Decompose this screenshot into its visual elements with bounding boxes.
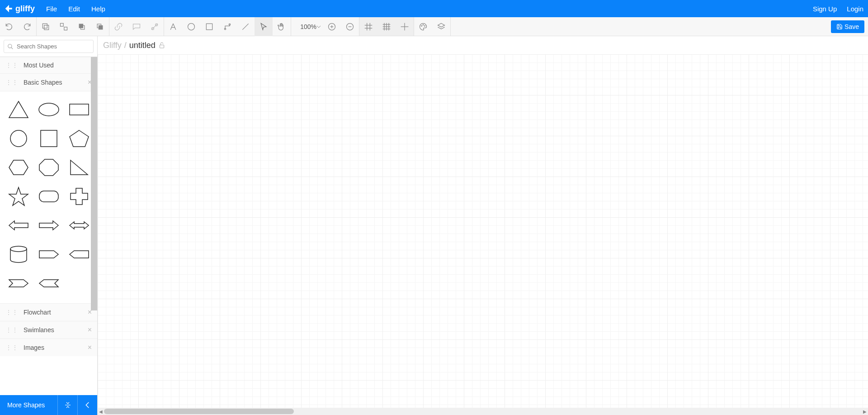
shape-rectangle[interactable] [66, 99, 92, 120]
close-icon[interactable]: × [88, 326, 92, 334]
connector-tool[interactable] [218, 17, 236, 36]
link-button[interactable] [109, 17, 127, 36]
shape-arrow-right[interactable] [36, 215, 61, 236]
grid-button[interactable] [377, 17, 396, 36]
sidebar-scrollbar[interactable] [91, 57, 97, 310]
main-area: ⋮⋮ Most Used ⋮⋮ Basic Shapes × ⋮⋮ Flowch… [0, 36, 868, 415]
zoom-out-button[interactable] [341, 17, 359, 36]
search-input[interactable] [4, 40, 94, 53]
undo-button[interactable] [0, 17, 18, 36]
horizontal-scrollbar[interactable]: ◀ ▶ [98, 408, 868, 415]
line-tool[interactable] [236, 17, 255, 36]
shape-hexagon[interactable] [5, 157, 31, 178]
svg-rect-12 [206, 24, 212, 29]
basic-shapes-grid [0, 91, 97, 304]
shape-arrow-left[interactable] [5, 215, 31, 236]
lock-open-icon[interactable] [158, 42, 165, 49]
star-icon [7, 186, 30, 206]
svg-marker-55 [39, 251, 58, 258]
shape-octagon[interactable] [36, 157, 61, 178]
shape-cylinder[interactable] [5, 243, 31, 265]
guides-button[interactable] [396, 17, 414, 36]
shape-plus[interactable] [66, 186, 92, 207]
pointer-tool[interactable] [255, 17, 273, 36]
more-shapes-button[interactable]: More Shapes [0, 401, 57, 409]
chevron-left-icon [38, 273, 60, 293]
logo[interactable]: gliffy [5, 4, 35, 14]
cylinder-icon [7, 244, 30, 264]
shape-tag-right[interactable] [36, 243, 61, 265]
layers-icon [437, 22, 446, 31]
layers-button[interactable] [432, 17, 450, 36]
hexagon-icon [7, 157, 30, 177]
rect-tool[interactable] [200, 17, 218, 36]
save-button[interactable]: Save [831, 20, 864, 33]
panel-swimlanes[interactable]: ⋮⋮ Swimlanes × [0, 321, 97, 339]
svg-marker-39 [9, 101, 28, 118]
group-button[interactable] [55, 17, 73, 36]
collapse-vertical-button[interactable] [57, 395, 77, 415]
login-link[interactable]: Login [847, 5, 863, 13]
snap-grid-button[interactable] [359, 17, 377, 36]
breadcrumb-root[interactable]: Gliffy [103, 41, 122, 50]
canvas[interactable] [98, 54, 868, 408]
logo-icon [5, 4, 14, 13]
grid-icon [382, 22, 391, 31]
shape-square[interactable] [36, 128, 61, 149]
drag-handle-icon: ⋮⋮ [5, 62, 18, 69]
shape-rounded-rectangle[interactable] [36, 186, 61, 207]
shape-pentagon[interactable] [66, 128, 92, 149]
menu-file[interactable]: File [46, 5, 57, 13]
svg-marker-36 [438, 23, 445, 27]
shape-triangle[interactable] [5, 99, 31, 120]
shape-chevron-left[interactable] [36, 272, 61, 294]
scroll-left-button[interactable]: ◀ [98, 408, 104, 415]
line-icon [241, 22, 250, 31]
drag-handle-icon: ⋮⋮ [5, 344, 18, 351]
shape-right-triangle[interactable] [66, 157, 92, 178]
scroll-thumb[interactable] [104, 409, 294, 414]
svg-rect-2 [61, 23, 64, 26]
sidebar-footer: More Shapes [0, 395, 97, 415]
panel-basic-shapes[interactable]: ⋮⋮ Basic Shapes × [0, 74, 97, 91]
document-title[interactable]: untitled [129, 41, 156, 50]
signup-link[interactable]: Sign Up [813, 5, 837, 13]
svg-point-34 [423, 24, 424, 25]
shape-arrow-both[interactable] [66, 215, 92, 236]
copy-icon [41, 22, 50, 31]
shape-ellipse[interactable] [36, 99, 61, 120]
svg-rect-1 [44, 25, 49, 29]
panel-images[interactable]: ⋮⋮ Images × [0, 339, 97, 356]
panel-most-used[interactable]: ⋮⋮ Most Used [0, 57, 97, 74]
bring-front-button[interactable] [73, 17, 91, 36]
panel-flowchart[interactable]: ⋮⋮ Flowchart × [0, 304, 97, 321]
copy-button[interactable] [37, 17, 55, 36]
pan-tool[interactable] [273, 17, 291, 36]
collapse-sidebar-button[interactable] [77, 395, 97, 415]
svg-point-42 [10, 130, 27, 147]
send-back-button[interactable] [91, 17, 109, 36]
auth-links: Sign Up Login [813, 5, 863, 13]
text-tool[interactable] [164, 17, 182, 36]
menu-edit[interactable]: Edit [68, 5, 80, 13]
circle-tool[interactable] [182, 17, 200, 36]
group-icon [59, 22, 68, 31]
shape-chevron-right[interactable] [5, 272, 31, 294]
zoom-input[interactable] [293, 23, 316, 30]
menu-help[interactable]: Help [91, 5, 105, 13]
toolbar: Save [0, 17, 868, 36]
zoom-in-button[interactable] [323, 17, 341, 36]
circle-icon [187, 22, 196, 31]
close-icon[interactable]: × [88, 343, 92, 352]
unlink-button[interactable] [146, 17, 164, 36]
comment-button[interactable] [127, 17, 146, 36]
shape-circle[interactable] [5, 128, 31, 149]
shape-star[interactable] [5, 186, 31, 207]
theme-button[interactable] [414, 17, 432, 36]
svg-point-54 [10, 246, 27, 252]
zoom-level[interactable] [291, 23, 323, 30]
shape-tag-left[interactable] [66, 243, 92, 265]
redo-button[interactable] [18, 17, 36, 36]
square-icon [38, 129, 60, 148]
scroll-right-button[interactable]: ▶ [862, 408, 868, 415]
